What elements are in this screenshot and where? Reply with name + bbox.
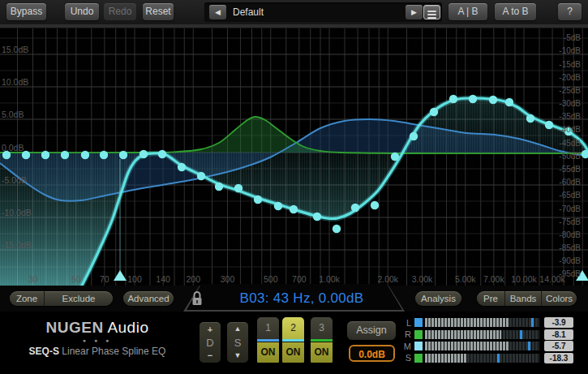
solo-stepper[interactable]: ▲ S ▼	[227, 322, 248, 363]
channel-color-swatch	[414, 318, 423, 327]
band-3-number: 3	[311, 317, 333, 339]
band-3-button[interactable]: 3 ON	[311, 317, 333, 365]
plus-icon: +	[208, 325, 212, 333]
bottom-panel: NUGEN Audio ● ● ● SEQ-S Linear Phase Spl…	[0, 312, 588, 374]
band-1-button[interactable]: 1 ON	[257, 317, 279, 365]
brand-name-light: Audio	[107, 319, 148, 336]
plugin-window: Bypass Undo Redo Reset ◀ Default ▶ A | B…	[0, 0, 588, 374]
band-1-number: 1	[257, 317, 279, 339]
peak-marker	[531, 318, 534, 327]
spline-node[interactable]	[100, 151, 108, 159]
exclude-button[interactable]: Exclude	[45, 291, 113, 306]
gain-readout[interactable]: 0.0dB	[349, 345, 395, 362]
svg-text:300: 300	[221, 274, 235, 284]
svg-text:500: 500	[264, 274, 278, 284]
spline-node[interactable]	[391, 153, 399, 161]
svg-text:1.00k: 1.00k	[319, 274, 340, 284]
advanced-button[interactable]: Advanced	[123, 291, 174, 306]
svg-text:-55dB: -55dB	[559, 165, 581, 174]
preset-next-button[interactable]: ▶	[406, 5, 423, 19]
spline-node[interactable]	[197, 172, 205, 180]
svg-text:-65dB: -65dB	[559, 191, 581, 200]
svg-text:7.00k: 7.00k	[483, 274, 504, 284]
svg-text:-25dB: -25dB	[559, 86, 581, 95]
bands-button[interactable]: Bands	[505, 291, 542, 306]
svg-text:14.00k: 14.00k	[539, 274, 565, 284]
up-arrow-icon: ▲	[234, 325, 242, 333]
channel-color-swatch	[414, 354, 423, 363]
spline-node[interactable]	[489, 96, 497, 104]
svg-text:30: 30	[28, 274, 38, 284]
spline-node[interactable]	[274, 202, 282, 210]
ab-compare-button[interactable]: A | B	[449, 3, 487, 20]
svg-text:700: 700	[292, 274, 307, 284]
dither-label: D	[206, 337, 213, 348]
svg-text:5.00k: 5.00k	[455, 274, 476, 284]
svg-text:70: 70	[100, 274, 109, 284]
spline-node[interactable]	[430, 108, 438, 116]
preset-menu-button[interactable]	[423, 5, 440, 19]
a-to-b-button[interactable]: A to B	[495, 3, 536, 20]
spline-node[interactable]	[313, 213, 321, 221]
svg-text:-90dB: -90dB	[559, 256, 581, 265]
spline-node[interactable]	[119, 151, 127, 159]
svg-text:-5.0dB: -5.0dB	[2, 175, 27, 185]
svg-text:5.0dB: 5.0dB	[2, 110, 24, 119]
preset-name[interactable]: Default	[233, 6, 264, 18]
spline-node[interactable]	[139, 150, 148, 158]
spline-node[interactable]	[81, 151, 89, 159]
spline-node[interactable]	[469, 95, 477, 103]
meter-value: -18.3	[544, 353, 573, 363]
spline-node[interactable]	[61, 151, 69, 159]
bypass-button[interactable]: Bypass	[6, 3, 46, 20]
svg-text:-5dB: -5dB	[564, 33, 581, 42]
spline-node[interactable]	[410, 132, 418, 140]
band-1-on-button[interactable]: ON	[257, 342, 279, 363]
analysis-button[interactable]: Analysis	[415, 291, 461, 306]
spline-node[interactable]	[371, 201, 379, 209]
band-3-on-button[interactable]: ON	[311, 342, 333, 363]
spline-node[interactable]	[505, 98, 513, 106]
spline-node[interactable]	[215, 183, 223, 191]
preset-prev-button[interactable]: ◀	[209, 5, 226, 19]
svg-text:50: 50	[71, 274, 81, 284]
spline-node[interactable]	[41, 151, 49, 159]
svg-text:-70dB: -70dB	[559, 204, 581, 213]
svg-text:-45dB: -45dB	[559, 139, 581, 148]
spline-node[interactable]	[545, 121, 553, 129]
svg-text:-10dB: -10dB	[559, 46, 581, 55]
spline-node[interactable]	[254, 196, 262, 204]
svg-text:200: 200	[186, 274, 200, 284]
assign-button[interactable]: Assign	[347, 321, 396, 340]
product-name: SEQ-S	[29, 346, 59, 357]
spline-node[interactable]	[449, 95, 457, 103]
meter-value: -8.1	[544, 329, 573, 340]
spline-node[interactable]	[178, 163, 186, 171]
peak-marker	[520, 330, 522, 339]
band-2-button[interactable]: 2 ON	[282, 317, 304, 365]
meter-label: R	[401, 329, 411, 339]
spline-node[interactable]	[333, 225, 341, 233]
spline-node[interactable]	[290, 205, 298, 213]
undo-button[interactable]: Undo	[65, 3, 99, 20]
svg-text:-10.0dB: -10.0dB	[2, 208, 32, 217]
dither-button[interactable]: + D −	[200, 322, 221, 363]
spline-node[interactable]	[234, 184, 242, 192]
svg-text:-85dB: -85dB	[559, 243, 581, 252]
zone-button[interactable]: Zone	[10, 291, 45, 306]
svg-text:-15.0dB: -15.0dB	[2, 240, 32, 250]
svg-text:-60dB: -60dB	[559, 178, 581, 187]
spline-node[interactable]	[351, 204, 359, 212]
redo-button[interactable]: Redo	[104, 3, 136, 20]
svg-text:-75dB: -75dB	[559, 217, 581, 226]
spline-node[interactable]	[158, 150, 166, 158]
pre-button[interactable]: Pre	[477, 291, 505, 306]
help-button[interactable]: ?	[558, 3, 582, 20]
reset-button[interactable]: Reset	[143, 3, 174, 20]
spline-node[interactable]	[526, 114, 534, 123]
zone-exclude-group: Zone Exclude	[10, 291, 113, 306]
graph-top-strip	[0, 24, 588, 28]
band-2-on-button[interactable]: ON	[282, 342, 304, 363]
colors-button[interactable]: Colors	[542, 291, 577, 306]
eq-graph[interactable]: 15.0dB10.0dB5.0dB0.0dB-5.0dB-10.0dB-15.0…	[0, 24, 588, 286]
